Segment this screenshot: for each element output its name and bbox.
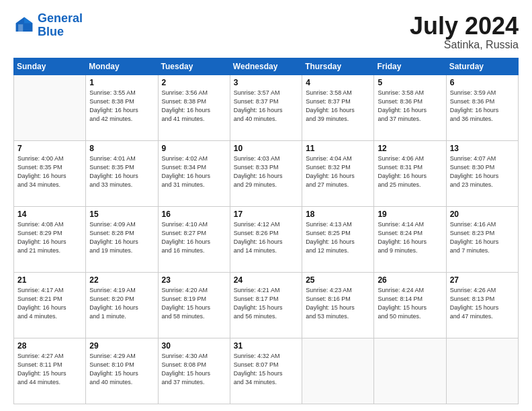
calendar-cell: 27Sunrise: 4:26 AM Sunset: 8:13 PM Dayli… — [446, 273, 518, 338]
calendar-cell: 18Sunrise: 4:13 AM Sunset: 8:25 PM Dayli… — [302, 207, 374, 273]
calendar-cell: 11Sunrise: 4:04 AM Sunset: 8:32 PM Dayli… — [302, 141, 374, 207]
header: General Blue July 2024 Satinka, Russia — [13, 12, 519, 51]
day-number: 18 — [306, 210, 370, 219]
weekday-saturday: Saturday — [446, 58, 518, 75]
day-info: Sunrise: 3:55 AM Sunset: 8:38 PM Dayligh… — [89, 89, 154, 124]
calendar-cell: 22Sunrise: 4:19 AM Sunset: 8:20 PM Dayli… — [86, 273, 158, 338]
weekday-monday: Monday — [86, 58, 158, 75]
logo-blue: Blue — [38, 25, 64, 38]
day-info: Sunrise: 4:04 AM Sunset: 8:32 PM Dayligh… — [306, 154, 370, 189]
day-info: Sunrise: 4:13 AM Sunset: 8:25 PM Dayligh… — [306, 220, 370, 255]
day-info: Sunrise: 4:09 AM Sunset: 8:28 PM Dayligh… — [89, 220, 154, 255]
calendar-cell — [14, 75, 86, 141]
calendar-cell: 14Sunrise: 4:08 AM Sunset: 8:29 PM Dayli… — [14, 207, 86, 273]
calendar-cell: 24Sunrise: 4:21 AM Sunset: 8:17 PM Dayli… — [230, 273, 302, 338]
location-title: Satinka, Russia — [410, 39, 519, 51]
day-info: Sunrise: 4:03 AM Sunset: 8:33 PM Dayligh… — [234, 154, 298, 189]
day-info: Sunrise: 3:56 AM Sunset: 8:38 PM Dayligh… — [162, 89, 226, 124]
day-number: 23 — [162, 275, 226, 285]
calendar-cell: 2Sunrise: 3:56 AM Sunset: 8:38 PM Daylig… — [158, 75, 230, 141]
day-number: 27 — [450, 275, 515, 285]
logo-text: General Blue — [38, 12, 83, 39]
calendar-cell: 7Sunrise: 4:00 AM Sunset: 8:35 PM Daylig… — [14, 141, 86, 207]
calendar-cell: 17Sunrise: 4:12 AM Sunset: 8:26 PM Dayli… — [230, 207, 302, 273]
day-info: Sunrise: 4:32 AM Sunset: 8:07 PM Dayligh… — [234, 352, 298, 387]
calendar-table: SundayMondayTuesdayWednesdayThursdayFrid… — [13, 58, 519, 404]
day-number: 21 — [17, 275, 82, 285]
day-number: 9 — [162, 144, 226, 153]
day-number: 5 — [378, 78, 442, 87]
day-info: Sunrise: 4:27 AM Sunset: 8:11 PM Dayligh… — [17, 352, 82, 387]
calendar-cell: 20Sunrise: 4:16 AM Sunset: 8:23 PM Dayli… — [446, 207, 518, 273]
weekday-sunday: Sunday — [14, 58, 86, 75]
weekday-tuesday: Tuesday — [158, 58, 230, 75]
calendar-cell: 4Sunrise: 3:58 AM Sunset: 8:37 PM Daylig… — [302, 75, 374, 141]
week-row-3: 14Sunrise: 4:08 AM Sunset: 8:29 PM Dayli… — [14, 207, 519, 273]
svg-marker-1 — [24, 17, 32, 23]
day-number: 2 — [162, 78, 226, 87]
weekday-thursday: Thursday — [302, 58, 374, 75]
day-number: 16 — [162, 210, 226, 219]
calendar-cell: 15Sunrise: 4:09 AM Sunset: 8:28 PM Dayli… — [86, 207, 158, 273]
day-number: 20 — [450, 210, 515, 219]
day-number: 11 — [306, 144, 370, 153]
calendar-cell: 3Sunrise: 3:57 AM Sunset: 8:37 PM Daylig… — [230, 75, 302, 141]
day-info: Sunrise: 4:14 AM Sunset: 8:24 PM Dayligh… — [378, 220, 442, 255]
day-number: 8 — [89, 144, 154, 153]
calendar-cell: 10Sunrise: 4:03 AM Sunset: 8:33 PM Dayli… — [230, 141, 302, 207]
day-number: 6 — [450, 78, 515, 87]
day-number: 14 — [17, 210, 82, 219]
day-number: 10 — [234, 144, 298, 153]
day-info: Sunrise: 4:02 AM Sunset: 8:34 PM Dayligh… — [162, 154, 226, 189]
calendar-cell: 16Sunrise: 4:10 AM Sunset: 8:27 PM Dayli… — [158, 207, 230, 273]
day-number: 7 — [17, 144, 82, 153]
svg-rect-2 — [18, 24, 23, 32]
day-info: Sunrise: 4:08 AM Sunset: 8:29 PM Dayligh… — [17, 220, 82, 255]
calendar-cell: 6Sunrise: 3:59 AM Sunset: 8:36 PM Daylig… — [446, 75, 518, 141]
day-number: 1 — [89, 78, 154, 87]
day-number: 4 — [306, 78, 370, 87]
calendar-cell: 29Sunrise: 4:29 AM Sunset: 8:10 PM Dayli… — [86, 338, 158, 404]
title-block: July 2024 Satinka, Russia — [410, 12, 519, 51]
calendar-cell — [446, 338, 518, 404]
logo-general: General — [38, 11, 83, 25]
day-number: 29 — [89, 341, 154, 351]
day-number: 19 — [378, 210, 442, 219]
calendar-cell: 28Sunrise: 4:27 AM Sunset: 8:11 PM Dayli… — [14, 338, 86, 404]
day-number: 30 — [162, 341, 226, 351]
day-info: Sunrise: 4:16 AM Sunset: 8:23 PM Dayligh… — [450, 220, 515, 255]
calendar-cell: 30Sunrise: 4:30 AM Sunset: 8:08 PM Dayli… — [158, 338, 230, 404]
logo-icon — [13, 15, 35, 36]
day-number: 17 — [234, 210, 298, 219]
day-info: Sunrise: 3:59 AM Sunset: 8:36 PM Dayligh… — [450, 89, 515, 124]
day-number: 24 — [234, 275, 298, 285]
day-number: 28 — [17, 341, 82, 351]
day-info: Sunrise: 4:30 AM Sunset: 8:08 PM Dayligh… — [162, 352, 226, 387]
week-row-2: 7Sunrise: 4:00 AM Sunset: 8:35 PM Daylig… — [14, 141, 519, 207]
day-info: Sunrise: 3:58 AM Sunset: 8:37 PM Dayligh… — [306, 89, 370, 124]
day-info: Sunrise: 4:01 AM Sunset: 8:35 PM Dayligh… — [89, 154, 154, 189]
day-info: Sunrise: 4:10 AM Sunset: 8:27 PM Dayligh… — [162, 220, 226, 255]
week-row-4: 21Sunrise: 4:17 AM Sunset: 8:21 PM Dayli… — [14, 273, 519, 338]
day-number: 12 — [378, 144, 442, 153]
weekday-wednesday: Wednesday — [230, 58, 302, 75]
day-info: Sunrise: 4:26 AM Sunset: 8:13 PM Dayligh… — [450, 286, 515, 321]
day-info: Sunrise: 4:07 AM Sunset: 8:30 PM Dayligh… — [450, 154, 515, 189]
calendar-cell: 19Sunrise: 4:14 AM Sunset: 8:24 PM Dayli… — [374, 207, 446, 273]
calendar-cell: 8Sunrise: 4:01 AM Sunset: 8:35 PM Daylig… — [86, 141, 158, 207]
day-info: Sunrise: 4:19 AM Sunset: 8:20 PM Dayligh… — [89, 286, 154, 321]
day-number: 25 — [306, 275, 370, 285]
calendar-body: 1Sunrise: 3:55 AM Sunset: 8:38 PM Daylig… — [14, 75, 519, 404]
day-info: Sunrise: 4:12 AM Sunset: 8:26 PM Dayligh… — [234, 220, 298, 255]
calendar-cell: 9Sunrise: 4:02 AM Sunset: 8:34 PM Daylig… — [158, 141, 230, 207]
calendar-cell: 13Sunrise: 4:07 AM Sunset: 8:30 PM Dayli… — [446, 141, 518, 207]
calendar-cell: 21Sunrise: 4:17 AM Sunset: 8:21 PM Dayli… — [14, 273, 86, 338]
calendar-cell: 12Sunrise: 4:06 AM Sunset: 8:31 PM Dayli… — [374, 141, 446, 207]
day-info: Sunrise: 4:21 AM Sunset: 8:17 PM Dayligh… — [234, 286, 298, 321]
month-title: July 2024 — [410, 12, 519, 40]
calendar-cell: 26Sunrise: 4:24 AM Sunset: 8:14 PM Dayli… — [374, 273, 446, 338]
logo: General Blue — [13, 12, 83, 39]
day-info: Sunrise: 4:20 AM Sunset: 8:19 PM Dayligh… — [162, 286, 226, 321]
calendar-cell — [302, 338, 374, 404]
day-info: Sunrise: 4:00 AM Sunset: 8:35 PM Dayligh… — [17, 154, 82, 189]
